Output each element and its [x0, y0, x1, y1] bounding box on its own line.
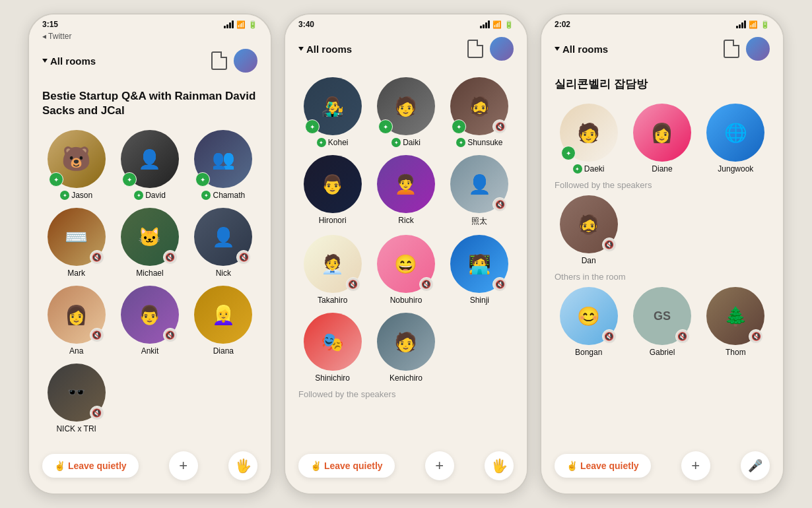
name-jungwook: Jungwook: [718, 164, 753, 174]
wifi-icon: 📶: [236, 20, 246, 29]
user-avatar-3[interactable]: [746, 37, 770, 61]
speaker-jason[interactable]: 🐻 ✦ ✦ Jason: [42, 130, 110, 200]
user-avatar-1[interactable]: [234, 49, 257, 73]
doc-icon-3[interactable]: [724, 40, 739, 58]
footer-3: ✌️ Leave quietly + 🎤: [541, 443, 783, 493]
mute-badge-mark: 🔇: [90, 250, 104, 265]
mute-badge-nobuhiro: 🔇: [419, 277, 434, 292]
back-nav-1[interactable]: ◂ Twitter: [29, 32, 271, 44]
all-rooms-btn-1[interactable]: All rooms: [42, 55, 96, 67]
footer-1: ✌️ Leave quietly + 🖐: [29, 443, 271, 493]
speaker-shinji[interactable]: 🧑‍💻 🔇 Shinji: [446, 235, 514, 305]
mute-badge-shunsuke: 🔇: [492, 119, 507, 134]
speaker-jungwook[interactable]: 🌐 Jungwook: [702, 104, 770, 174]
leave-quietly-btn-1[interactable]: ✌️ Leave quietly: [42, 454, 139, 478]
name-diana: Diana: [213, 346, 234, 356]
all-rooms-btn-3[interactable]: All rooms: [555, 44, 608, 55]
plus-btn-3[interactable]: +: [681, 451, 710, 480]
name-kohei: ✦ Kohei: [317, 138, 349, 147]
speaker-nobuhiro[interactable]: 😄 🔇 Nobuhiro: [372, 235, 440, 305]
room-title-1: Bestie Startup Q&A with Rainman David Sa…: [42, 89, 257, 118]
chevron-icon-3: [555, 47, 560, 51]
back-label-1: ◂ Twitter: [42, 32, 71, 41]
speaker-takahiro[interactable]: 🧑‍💼 🔇 Takahiro: [298, 235, 366, 305]
speaker-michael[interactable]: 🐱 🔇 Michael: [116, 208, 184, 278]
hand-btn-2[interactable]: 🖐: [485, 451, 514, 480]
speaker-gabriel[interactable]: GS 🔇 Gabriel: [628, 287, 696, 357]
status-bar-3: 2:02 📶 🔋: [541, 15, 783, 32]
speaker-kenichiro[interactable]: 🧑 Kenichiro: [372, 313, 440, 383]
name-jason: ✦ Jason: [60, 191, 92, 200]
header-icons-3: [724, 37, 770, 61]
user-avatar-2[interactable]: [490, 37, 514, 61]
speaker-chamath[interactable]: 👥 ✦ ✦ Chamath: [189, 130, 257, 200]
speaker-bongan[interactable]: 😊 🔇 Bongan: [555, 287, 623, 357]
header-2: All rooms: [285, 32, 527, 67]
avatar-shinichiro: 🎭: [304, 313, 362, 371]
status-bar-1: 3:15 📶 🔋: [29, 15, 271, 32]
leave-quietly-btn-2[interactable]: ✌️ Leave quietly: [298, 454, 395, 478]
mod-dot-chamath: ✦: [201, 191, 211, 200]
doc-icon-2[interactable]: [467, 40, 483, 58]
speaker-ankit[interactable]: 👨 🔇 Ankit: [116, 286, 184, 356]
speaker-shunsuke[interactable]: 🧔 ✦ 🔇 ✦ Shunsuke: [446, 77, 514, 147]
room-content-2: 👨‍🎤 ✦ ✦ Kohei 🧑 ✦ ✦: [285, 67, 527, 443]
avatar-wrapper-rick: 🧑‍🦱: [377, 155, 435, 213]
mute-badge-shota: 🔇: [492, 197, 507, 212]
speaker-diana[interactable]: 👱‍♀️ Diana: [189, 286, 257, 356]
all-rooms-label-1: All rooms: [50, 55, 96, 67]
speaker-nick[interactable]: 👤 🔇 Nick: [189, 208, 257, 278]
speaker-kohei[interactable]: 👨‍🎤 ✦ ✦ Kohei: [298, 77, 366, 147]
plus-btn-1[interactable]: +: [169, 451, 198, 480]
avatar-kenichiro: 🧑: [377, 313, 435, 371]
avatar-wrapper-nick: 👤 🔇: [194, 208, 252, 266]
wifi-icon-2: 📶: [492, 20, 502, 29]
speaker-daeki2[interactable]: 🧑 ✦ ✦ Daeki: [555, 104, 623, 174]
speaker-david[interactable]: 👤 ✦ ✦ David: [116, 130, 184, 200]
speaker-shinichiro[interactable]: 🎭 Shinichiro: [298, 313, 366, 383]
speaker-hironori[interactable]: 👨 Hironori: [298, 155, 366, 227]
room-title-3: 실리콘벨리 잡담방: [555, 77, 770, 92]
mod-dot-shunsuke: ✦: [456, 138, 465, 147]
speaker-nickbig[interactable]: 🕶️ 🔇 NICK x TRI: [42, 364, 110, 433]
speaker-dan[interactable]: 🧔 🔇 Dan: [555, 195, 623, 265]
name-kenichiro: Kenichiro: [389, 373, 423, 383]
avatar-wrapper-chamath: 👥 ✦: [194, 130, 252, 188]
mod-dot-jason: ✦: [60, 191, 69, 200]
avatar-wrapper-nickbig: 🕶️ 🔇: [48, 364, 106, 422]
avatar-wrapper-thom: 🌲 🔇: [706, 287, 764, 345]
status-icons-1: 📶 🔋: [224, 20, 257, 29]
name-shota: 照太: [471, 216, 487, 227]
speaker-shota[interactable]: 👤 🔇 照太: [446, 155, 514, 227]
speaker-ana[interactable]: 👩 🔇 Ana: [42, 286, 110, 356]
speaker-thom[interactable]: 🌲 🔇 Thom: [702, 287, 770, 357]
hand-btn-1[interactable]: 🖐: [228, 451, 257, 480]
speaker-mark[interactable]: ⌨️ 🔇 Mark: [42, 208, 110, 278]
leave-quietly-btn-3[interactable]: ✌️ Leave quietly: [555, 454, 651, 478]
avatar-wrapper-shota: 👤 🔇: [450, 155, 508, 213]
mute-badge-gabriel: 🔇: [675, 329, 690, 344]
mic-btn-3[interactable]: 🎤: [741, 451, 770, 480]
speaker-badge-daiki: ✦: [378, 119, 393, 134]
name-daiki: ✦ Daiki: [391, 138, 421, 147]
all-rooms-btn-2[interactable]: All rooms: [298, 44, 352, 55]
name-ankit: Ankit: [141, 346, 159, 356]
mute-badge-ankit: 🔇: [163, 328, 178, 342]
speaker-daiki[interactable]: 🧑 ✦ ✦ Daiki: [372, 77, 440, 147]
others-label-3: Others in the room: [555, 272, 770, 282]
room-content-3: 실리콘벨리 잡담방 🧑 ✦ ✦ Daeki 👩: [541, 67, 783, 443]
doc-icon-1[interactable]: [211, 51, 227, 70]
name-hironori: Hironori: [319, 216, 347, 225]
signal-icon-3: [736, 20, 746, 28]
footer-2: ✌️ Leave quietly + 🖐: [285, 443, 527, 493]
name-michael: Michael: [136, 269, 163, 278]
speaker-badge-daeki2: ✦: [561, 146, 576, 160]
plus-btn-2[interactable]: +: [425, 451, 454, 480]
header-1: All rooms: [29, 44, 271, 79]
header-icons-1: [211, 49, 257, 73]
speaker-rick[interactable]: 🧑‍🦱 Rick: [372, 155, 440, 227]
speaker-diane[interactable]: 👩 Diane: [628, 104, 696, 174]
avatar-hironori: 👨: [304, 155, 362, 213]
all-rooms-label-3: All rooms: [562, 44, 608, 55]
mod-dot-daeki2: ✦: [573, 164, 582, 174]
